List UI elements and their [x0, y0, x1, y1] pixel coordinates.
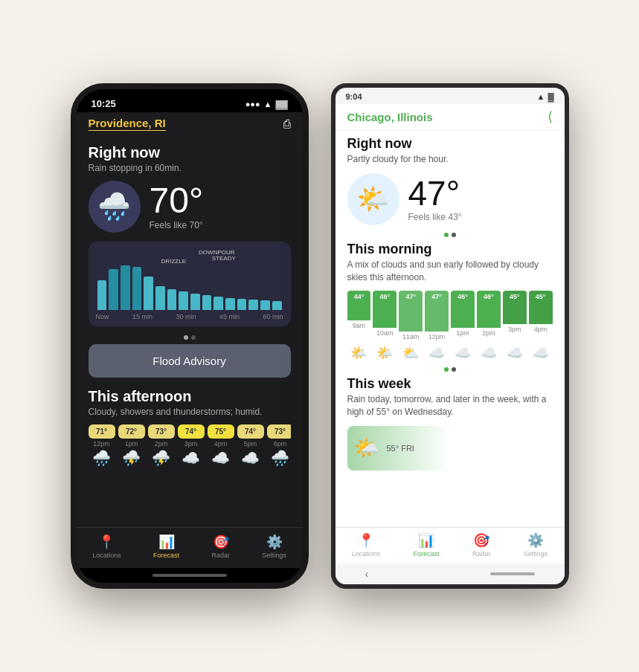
android-temp-block: 47° Feels like 43°	[408, 176, 462, 222]
back-icon[interactable]: ‹	[365, 568, 369, 580]
android-share-icon[interactable]: ⟨	[548, 109, 553, 125]
rain-bar-16	[272, 301, 282, 310]
morning-bar-4: 47°	[425, 291, 449, 332]
drizzle-label: DRIZZLE	[161, 258, 186, 265]
morning-icon-8: ☁️	[529, 345, 553, 361]
dot-1	[184, 335, 188, 340]
morning-col-3: 47° 11am	[399, 291, 423, 340]
android-home-pill[interactable]	[490, 572, 535, 575]
iphone-temperature: 70°	[150, 183, 204, 219]
afternoon-col-2: 72° 1pm ⛈️	[118, 424, 145, 467]
iphone-location[interactable]: Providence, RI	[89, 117, 166, 131]
week-preview-text: 55° FRI	[387, 444, 414, 453]
android-battery-icon: ▓	[548, 92, 553, 101]
iphone-tab-forecast[interactable]: 📊 Forecast	[153, 534, 179, 559]
morning-bar-3: 47°	[399, 291, 423, 332]
android-wifi-icon: ▲	[537, 92, 545, 101]
chart-labels: DOWNPOUR STEADY DRIZZLE	[96, 249, 283, 262]
android-locations-icon: 📍	[358, 532, 374, 549]
afternoon-col-4: 74° 3pm ☁️	[178, 424, 205, 467]
android-right-now-title: Right now	[347, 136, 553, 152]
android-dot-2	[452, 233, 456, 237]
rain-bars-container	[96, 265, 283, 310]
android-forecast-icon: 📊	[418, 532, 434, 549]
morning-bar-6: 46°	[477, 291, 501, 328]
morning-icons-row: 🌤️ 🌤️ ⛅ ☁️ ☁️ ☁️ ☁️ ☁️	[347, 345, 553, 361]
time-60: 60 min	[263, 313, 283, 320]
chart-page-dots	[89, 335, 291, 340]
iphone-tab-radar[interactable]: 🎯 Radar	[211, 534, 230, 559]
rain-bar-1	[97, 280, 107, 310]
morning-icon-7: ☁️	[503, 345, 527, 361]
morning-col-4: 47° 12pm	[425, 291, 449, 340]
morning-bars-container: 44° 9am 46° 10am 47° 11am	[347, 291, 553, 340]
afternoon-icon-4: ☁️	[182, 449, 200, 467]
morning-icon-3: ⛅	[399, 345, 423, 361]
morning-time-6: 2pm	[482, 329, 495, 337]
forecast-icon: 📊	[158, 534, 175, 550]
iphone-weather-icon: 🌧️	[89, 181, 141, 233]
home-bar	[152, 574, 227, 577]
android-tab-forecast[interactable]: 📊 Forecast	[414, 532, 440, 558]
android-location[interactable]: Chicago, Illinois	[347, 111, 433, 123]
morning-bar-5: 46°	[451, 291, 475, 328]
android-forecast-label: Forecast	[414, 550, 440, 558]
afternoon-temp-3: 73°	[148, 424, 175, 439]
iphone-scroll[interactable]: Right now Rain stopping in 60min. 🌧️ 70°…	[77, 137, 303, 527]
android-radar-label: Radar	[472, 550, 491, 558]
morning-col-5: 46° 1pm	[451, 291, 475, 340]
android-morning-title: This morning	[347, 242, 553, 257]
iphone-home-indicator	[77, 568, 303, 583]
afternoon-temp-7: 73°	[267, 424, 291, 439]
morning-icon-2: 🌤️	[373, 345, 396, 361]
afternoon-time-3: 2pm	[155, 440, 168, 448]
morning-time-5: 1pm	[456, 329, 469, 337]
morning-temp-8: 45°	[536, 293, 546, 300]
iphone-afternoon-subtitle: Cloudy, showers and thunderstorms; humid…	[89, 407, 291, 417]
time-now: Now	[96, 313, 109, 320]
android-dot-3	[444, 367, 449, 372]
morning-bar-2: 46°	[373, 291, 396, 328]
morning-temp-2: 46°	[380, 293, 391, 300]
afternoon-icon-3: ⛈️	[152, 449, 170, 467]
week-day-label: FRI	[401, 444, 414, 453]
morning-bar-7: 45°	[503, 291, 527, 324]
android-locations-label: Locations	[352, 550, 381, 558]
iphone-tab-locations[interactable]: 📍 Locations	[92, 534, 121, 559]
android-dots-1	[347, 233, 553, 237]
android-scroll[interactable]: Right now Partly cloudy for the hour. 🌤️…	[335, 130, 565, 527]
afternoon-time-5: 4pm	[214, 440, 228, 448]
android-morning-subtitle: A mix of clouds and sun early followed b…	[347, 259, 553, 284]
week-preview-icon: 🌤️	[353, 436, 379, 460]
afternoon-temp-4: 74°	[178, 424, 205, 439]
morning-time-4: 12pm	[428, 333, 446, 340]
morning-temp-7: 45°	[510, 293, 520, 300]
android-week-subtitle: Rain today, tomorrow, and later in the w…	[347, 393, 553, 419]
rain-time-labels: Now 15 min 30 min 45 min 60 min	[96, 313, 283, 320]
android-dots-2	[347, 367, 553, 372]
iphone-time: 10:25	[91, 98, 116, 109]
iphone-current-weather: 🌧️ 70° Feels like 70°	[89, 181, 291, 233]
rain-bar-6	[155, 286, 165, 310]
rain-bar-11	[213, 297, 223, 310]
flood-advisory-button[interactable]: Flood Advisory	[89, 344, 291, 378]
iphone-rain-chart: DOWNPOUR STEADY DRIZZLE	[89, 242, 291, 326]
time-45: 45 min	[219, 313, 240, 320]
iphone-tab-settings[interactable]: ⚙️ Settings	[262, 534, 286, 559]
rain-bar-12	[225, 298, 235, 310]
morning-time-8: 4pm	[534, 326, 548, 333]
morning-temp-3: 47°	[405, 293, 416, 300]
android-tab-locations[interactable]: 📍 Locations	[352, 532, 381, 558]
android-tab-radar[interactable]: 🎯 Radar	[472, 532, 491, 558]
android-frame: 9:04 ▲ ▓ Chicago, Illinois ⟨ Right now P…	[331, 83, 569, 589]
android-tab-settings[interactable]: ⚙️ Settings	[524, 532, 548, 558]
afternoon-time-4: 3pm	[184, 440, 198, 448]
rain-bar-2	[109, 269, 118, 310]
android-current-weather: 🌤️ 47° Feels like 43°	[347, 173, 553, 225]
iphone-share-icon[interactable]: ⎙	[283, 117, 291, 131]
afternoon-temp-6: 74°	[237, 424, 264, 439]
android-settings-icon: ⚙️	[527, 532, 544, 549]
afternoon-temp-5: 75°	[208, 424, 234, 439]
rain-bar-15	[260, 300, 270, 310]
iphone-right-now-title: Right now	[89, 144, 291, 161]
